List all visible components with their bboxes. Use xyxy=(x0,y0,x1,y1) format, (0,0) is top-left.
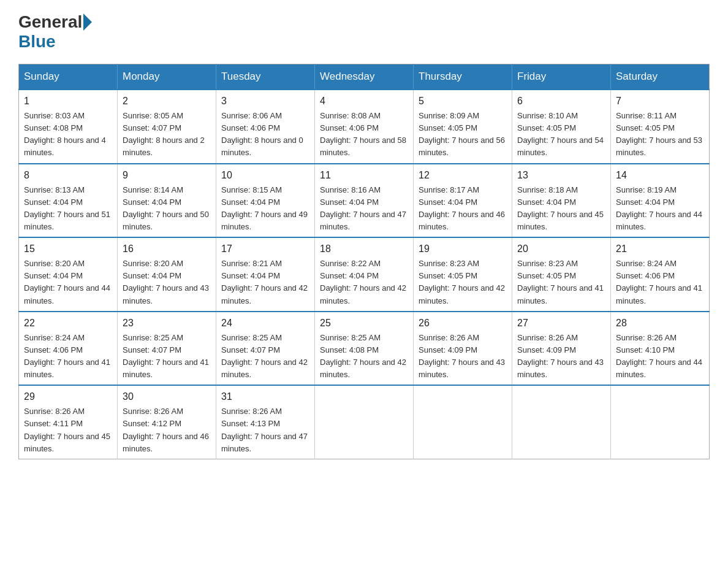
calendar-cell: 30Sunrise: 8:26 AMSunset: 4:12 PMDayligh… xyxy=(118,385,216,459)
day-number: 30 xyxy=(123,389,211,404)
calendar-cell: 11Sunrise: 8:16 AMSunset: 4:04 PMDayligh… xyxy=(315,164,414,238)
day-info: Sunrise: 8:11 AMSunset: 4:05 PMDaylight:… xyxy=(616,110,704,159)
calendar-cell: 24Sunrise: 8:25 AMSunset: 4:07 PMDayligh… xyxy=(216,312,315,386)
calendar-cell: 22Sunrise: 8:24 AMSunset: 4:06 PMDayligh… xyxy=(19,312,118,386)
logo-text: General xyxy=(18,12,93,32)
calendar-cell: 18Sunrise: 8:22 AMSunset: 4:04 PMDayligh… xyxy=(315,237,414,312)
day-number: 9 xyxy=(123,168,211,183)
day-number: 25 xyxy=(320,316,408,331)
day-info: Sunrise: 8:08 AMSunset: 4:06 PMDaylight:… xyxy=(320,110,408,159)
day-info: Sunrise: 8:20 AMSunset: 4:04 PMDaylight:… xyxy=(24,258,112,307)
day-info: Sunrise: 8:15 AMSunset: 4:04 PMDaylight:… xyxy=(221,184,309,234)
calendar-cell: 28Sunrise: 8:26 AMSunset: 4:10 PMDayligh… xyxy=(611,312,710,386)
day-number: 12 xyxy=(419,168,507,183)
day-number: 18 xyxy=(320,242,408,256)
day-info: Sunrise: 8:26 AMSunset: 4:09 PMDaylight:… xyxy=(419,332,507,381)
day-info: Sunrise: 8:09 AMSunset: 4:05 PMDaylight:… xyxy=(419,110,507,159)
calendar-cell: 1Sunrise: 8:03 AMSunset: 4:08 PMDaylight… xyxy=(19,90,118,164)
day-info: Sunrise: 8:03 AMSunset: 4:08 PMDaylight:… xyxy=(24,110,112,159)
calendar-cell: 4Sunrise: 8:08 AMSunset: 4:06 PMDaylight… xyxy=(315,90,414,164)
day-number: 1 xyxy=(24,94,112,109)
day-number: 14 xyxy=(616,168,704,183)
calendar-cell: 3Sunrise: 8:06 AMSunset: 4:06 PMDaylight… xyxy=(216,90,315,164)
logo-general: General xyxy=(18,12,82,32)
calendar-cell: 23Sunrise: 8:25 AMSunset: 4:07 PMDayligh… xyxy=(118,312,216,386)
day-number: 3 xyxy=(221,94,309,109)
day-info: Sunrise: 8:26 AMSunset: 4:12 PMDaylight:… xyxy=(123,405,211,455)
calendar-cell: 26Sunrise: 8:26 AMSunset: 4:09 PMDayligh… xyxy=(414,312,512,386)
day-info: Sunrise: 8:10 AMSunset: 4:05 PMDaylight:… xyxy=(517,110,605,159)
day-number: 23 xyxy=(123,316,211,331)
day-info: Sunrise: 8:20 AMSunset: 4:04 PMDaylight:… xyxy=(123,258,211,307)
calendar-cell: 27Sunrise: 8:26 AMSunset: 4:09 PMDayligh… xyxy=(512,312,611,386)
day-info: Sunrise: 8:18 AMSunset: 4:04 PMDaylight:… xyxy=(517,184,605,234)
logo-arrow-icon xyxy=(83,13,92,31)
day-info: Sunrise: 8:26 AMSunset: 4:09 PMDaylight:… xyxy=(517,332,605,381)
weekday-header-sunday: Sunday xyxy=(19,64,118,90)
day-info: Sunrise: 8:26 AMSunset: 4:13 PMDaylight:… xyxy=(221,405,309,455)
day-number: 13 xyxy=(517,168,605,183)
day-info: Sunrise: 8:25 AMSunset: 4:07 PMDaylight:… xyxy=(123,332,211,381)
day-number: 19 xyxy=(419,242,507,256)
calendar-cell: 10Sunrise: 8:15 AMSunset: 4:04 PMDayligh… xyxy=(216,164,315,238)
day-info: Sunrise: 8:21 AMSunset: 4:04 PMDaylight:… xyxy=(221,258,309,307)
calendar-cell: 25Sunrise: 8:25 AMSunset: 4:08 PMDayligh… xyxy=(315,312,414,386)
weekday-header-wednesday: Wednesday xyxy=(315,64,414,90)
day-info: Sunrise: 8:22 AMSunset: 4:04 PMDaylight:… xyxy=(320,258,408,307)
day-info: Sunrise: 8:26 AMSunset: 4:10 PMDaylight:… xyxy=(616,332,704,381)
day-number: 4 xyxy=(320,94,408,109)
day-number: 11 xyxy=(320,168,408,183)
calendar-cell: 7Sunrise: 8:11 AMSunset: 4:05 PMDaylight… xyxy=(611,90,710,164)
day-number: 29 xyxy=(24,389,112,404)
day-number: 2 xyxy=(123,94,211,109)
calendar-cell: 15Sunrise: 8:20 AMSunset: 4:04 PMDayligh… xyxy=(19,237,118,312)
day-number: 17 xyxy=(221,242,309,256)
day-number: 28 xyxy=(616,316,704,331)
calendar-week-row: 15Sunrise: 8:20 AMSunset: 4:04 PMDayligh… xyxy=(19,237,710,312)
calendar-cell: 6Sunrise: 8:10 AMSunset: 4:05 PMDaylight… xyxy=(512,90,611,164)
page-header: General Blue xyxy=(18,12,710,52)
calendar-cell: 31Sunrise: 8:26 AMSunset: 4:13 PMDayligh… xyxy=(216,385,315,459)
day-number: 16 xyxy=(123,242,211,256)
calendar-cell: 16Sunrise: 8:20 AMSunset: 4:04 PMDayligh… xyxy=(118,237,216,312)
day-number: 8 xyxy=(24,168,112,183)
calendar-cell xyxy=(315,385,414,459)
calendar-cell: 29Sunrise: 8:26 AMSunset: 4:11 PMDayligh… xyxy=(19,385,118,459)
calendar-cell: 5Sunrise: 8:09 AMSunset: 4:05 PMDaylight… xyxy=(414,90,512,164)
day-info: Sunrise: 8:26 AMSunset: 4:11 PMDaylight:… xyxy=(24,405,112,455)
calendar-week-row: 1Sunrise: 8:03 AMSunset: 4:08 PMDaylight… xyxy=(19,90,710,164)
day-info: Sunrise: 8:23 AMSunset: 4:05 PMDaylight:… xyxy=(517,258,605,307)
day-number: 6 xyxy=(517,94,605,109)
day-info: Sunrise: 8:24 AMSunset: 4:06 PMDaylight:… xyxy=(616,258,704,307)
day-number: 24 xyxy=(221,316,309,331)
day-info: Sunrise: 8:24 AMSunset: 4:06 PMDaylight:… xyxy=(24,332,112,381)
day-info: Sunrise: 8:25 AMSunset: 4:08 PMDaylight:… xyxy=(320,332,408,381)
weekday-header-monday: Monday xyxy=(118,64,216,90)
day-info: Sunrise: 8:17 AMSunset: 4:04 PMDaylight:… xyxy=(419,184,507,234)
day-info: Sunrise: 8:06 AMSunset: 4:06 PMDaylight:… xyxy=(221,110,309,159)
logo-blue: Blue xyxy=(18,32,56,52)
calendar-cell: 13Sunrise: 8:18 AMSunset: 4:04 PMDayligh… xyxy=(512,164,611,238)
day-number: 26 xyxy=(419,316,507,331)
calendar-table: SundayMondayTuesdayWednesdayThursdayFrid… xyxy=(18,64,710,459)
calendar-cell: 8Sunrise: 8:13 AMSunset: 4:04 PMDaylight… xyxy=(19,164,118,238)
calendar-cell: 14Sunrise: 8:19 AMSunset: 4:04 PMDayligh… xyxy=(611,164,710,238)
calendar-cell: 17Sunrise: 8:21 AMSunset: 4:04 PMDayligh… xyxy=(216,237,315,312)
day-info: Sunrise: 8:23 AMSunset: 4:05 PMDaylight:… xyxy=(419,258,507,307)
calendar-cell: 2Sunrise: 8:05 AMSunset: 4:07 PMDaylight… xyxy=(118,90,216,164)
calendar-cell xyxy=(414,385,512,459)
weekday-header-tuesday: Tuesday xyxy=(216,64,315,90)
day-number: 7 xyxy=(616,94,704,109)
calendar-cell: 9Sunrise: 8:14 AMSunset: 4:04 PMDaylight… xyxy=(118,164,216,238)
day-number: 5 xyxy=(419,94,507,109)
day-info: Sunrise: 8:13 AMSunset: 4:04 PMDaylight:… xyxy=(24,184,112,234)
day-number: 10 xyxy=(221,168,309,183)
calendar-cell: 21Sunrise: 8:24 AMSunset: 4:06 PMDayligh… xyxy=(611,237,710,312)
weekday-header-row: SundayMondayTuesdayWednesdayThursdayFrid… xyxy=(19,64,710,90)
calendar-cell xyxy=(611,385,710,459)
weekday-header-friday: Friday xyxy=(512,64,611,90)
day-number: 20 xyxy=(517,242,605,256)
day-info: Sunrise: 8:14 AMSunset: 4:04 PMDaylight:… xyxy=(123,184,211,234)
day-info: Sunrise: 8:25 AMSunset: 4:07 PMDaylight:… xyxy=(221,332,309,381)
calendar-cell xyxy=(512,385,611,459)
